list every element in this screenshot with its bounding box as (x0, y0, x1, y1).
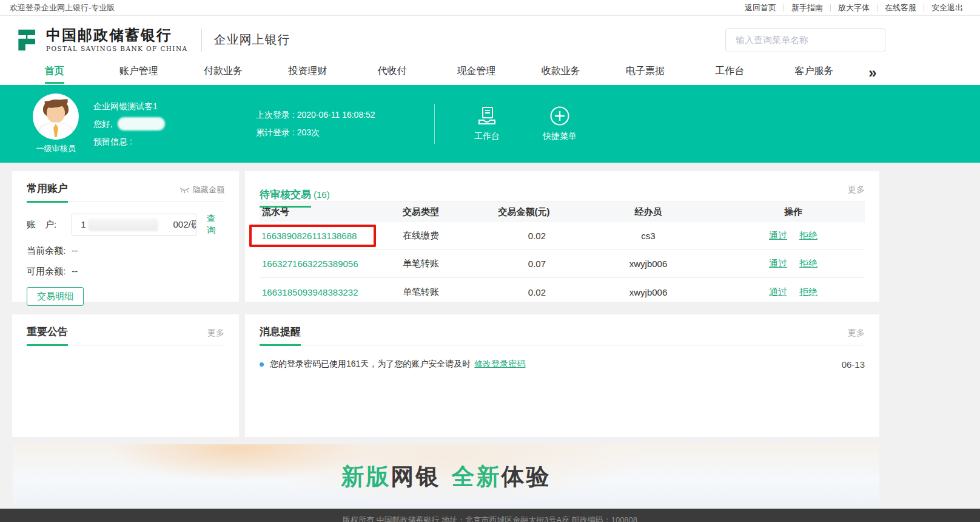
pending-count: (16) (314, 189, 330, 200)
avatar (33, 93, 79, 140)
total-login: 累计登录 : 203次 (256, 124, 434, 141)
link-beginner-guide[interactable]: 新手指南 (784, 2, 830, 13)
psbc-logo-icon (12, 26, 40, 54)
promo-part2: 网银 (391, 464, 441, 489)
hide-amount-label: 隐藏金额 (193, 185, 224, 195)
redacted-username (118, 117, 165, 130)
transaction-detail-button[interactable]: 交易明细 (27, 287, 84, 306)
reserved-info-label: 预留信息 : (93, 133, 256, 151)
frequent-accounts-title: 常用账户 (27, 181, 68, 202)
col-type: 交易类型 (403, 206, 475, 218)
serial-link[interactable]: 1663185093948383232 (262, 287, 358, 297)
header: 中国邮政储蓄银行 POSTAL SAVINGS BANK OF CHINA 企业… (0, 16, 980, 64)
nav-item-investment[interactable]: 投资理财 (266, 64, 350, 85)
bullet-icon (260, 362, 264, 367)
utility-links: 返回首页 新手指南 放大字体 在线客服 安全退出 (737, 2, 970, 13)
account-label: 账 户: (27, 219, 72, 231)
brand-name-en: POSTAL SAVINGS BANK OF CHINA (46, 45, 188, 52)
welcome-text: 欢迎登录企业网上银行-专业版 (10, 2, 115, 13)
messages-title: 消息提醒 (260, 325, 301, 345)
serial-link[interactable]: 1663271663225389056 (262, 259, 358, 269)
approve-link[interactable]: 通过 (769, 286, 787, 298)
available-balance-value: -- (72, 266, 78, 277)
txn-operator: xwyjb006 (572, 259, 724, 269)
reject-link[interactable]: 拒绝 (799, 258, 817, 269)
divider (201, 29, 202, 52)
serial-link[interactable]: 1663890826113138688 (261, 231, 357, 241)
user-info: 企业网银测试客1 您好, 预留信息 : (93, 98, 256, 151)
nav-item-workbench[interactable]: 工作台 (688, 64, 772, 85)
table-header: 流水号 交易类型 交易金额(元) 经办员 操作 (260, 202, 865, 222)
txn-operator: cs3 (572, 231, 724, 241)
last-login: 上次登录 : 2020-06-11 16:08:52 (256, 106, 434, 124)
txn-amount: 0.02 (475, 287, 572, 297)
messages-card: 消息提醒 更多 您的登录密码已使用161天，为了您的账户安全请及时 修改登录密码… (245, 314, 879, 437)
highlight-annotation: 1663890826113138688 (249, 225, 376, 247)
nav-item-home[interactable]: 首页 (12, 64, 96, 85)
account-number-suffix: 002/硬 (173, 219, 196, 231)
pending-more-link[interactable]: 更多 (848, 185, 865, 202)
link-safe-logout[interactable]: 安全退出 (924, 2, 970, 13)
pending-table: 流水号 交易类型 交易金额(元) 经办员 操作 1663890826113138… (260, 202, 865, 306)
message-text: 您的登录密码已使用161天，为了您的账户安全请及时 (270, 359, 471, 370)
change-password-link[interactable]: 修改登录密码 (474, 359, 525, 370)
quick-menu-label: 快捷菜单 (535, 131, 584, 142)
frequent-accounts-card: 常用账户 隐藏金额 账 户: 1 002/硬 (12, 171, 239, 302)
message-item: 您的登录密码已使用161天，为了您的账户安全请及时 修改登录密码 06-13 (260, 359, 865, 370)
user-banner: 一级审核员 企业网银测试客1 您好, 预留信息 : 上次登录 : 2020-06… (0, 85, 980, 163)
table-row: 1663185093948383232 单笔转账 0.02 xwyjb006 通… (260, 278, 865, 306)
quick-menu-entry[interactable]: 快捷菜单 (535, 106, 584, 142)
main-content: 常用账户 隐藏金额 账 户: 1 002/硬 (0, 163, 980, 437)
announcements-more-link[interactable]: 更多 (207, 328, 224, 345)
promo-part3: 全新 (452, 464, 502, 489)
message-date: 06-13 (842, 359, 865, 370)
col-amount: 交易金额(元) (475, 206, 572, 218)
nav-expand-chevron-icon[interactable]: » (856, 64, 889, 85)
col-operator: 经办员 (572, 206, 724, 218)
page-title: 企业网上银行 (214, 32, 290, 48)
reject-link[interactable]: 拒绝 (799, 230, 817, 242)
approve-link[interactable]: 通过 (769, 258, 787, 269)
nav-item-e-bills[interactable]: 电子票据 (603, 64, 687, 85)
query-link[interactable]: 查询 (207, 213, 224, 236)
quick-entries: 工作台 快捷菜单 (463, 106, 584, 142)
txn-type: 单笔转账 (403, 286, 475, 298)
announcements-card: 重要公告 更多 (12, 314, 239, 437)
txn-type: 单笔转账 (403, 258, 475, 269)
nav-item-collection-payment[interactable]: 代收付 (350, 64, 434, 85)
hide-amount-toggle[interactable]: 隐藏金额 (180, 185, 224, 202)
pending-transactions-card: 待审核交易(16) 更多 流水号 交易类型 交易金额(元) 经办员 操作 166… (245, 171, 879, 302)
company-name: 企业网银测试客1 (93, 98, 256, 115)
txn-type: 在线缴费 (403, 230, 475, 242)
link-return-home[interactable]: 返回首页 (737, 2, 784, 13)
nav-item-customer-service[interactable]: 客户服务 (772, 64, 856, 85)
user-role-label: 一级审核员 (32, 143, 80, 154)
menu-search-input[interactable] (725, 28, 885, 52)
pending-title: 待审核交易 (260, 189, 311, 206)
messages-more-link[interactable]: 更多 (848, 328, 865, 345)
col-serial: 流水号 (262, 206, 403, 218)
workbench-icon (476, 106, 498, 126)
greeting-text: 您好, (93, 115, 113, 133)
footer: 版权所有 中国邮政储蓄银行 地址：北京市西城区金融大街3号A座 邮政编码：100… (0, 509, 980, 522)
nav-item-payment[interactable]: 付款业务 (181, 64, 265, 85)
plus-circle-icon (549, 106, 570, 126)
txn-operator: xwyjb006 (572, 287, 724, 297)
promo-headline: 新版网银全新体验 (341, 461, 551, 492)
reject-link[interactable]: 拒绝 (799, 286, 817, 298)
link-enlarge-font[interactable]: 放大字体 (831, 2, 877, 13)
txn-amount: 0.02 (475, 231, 572, 241)
link-online-service[interactable]: 在线客服 (878, 2, 924, 13)
brand-text: 中国邮政储蓄银行 POSTAL SAVINGS BANK OF CHINA (46, 27, 188, 52)
nav-item-cash-management[interactable]: 现金管理 (434, 64, 519, 85)
nav-item-account-management[interactable]: 账户管理 (96, 64, 181, 85)
announcements-title: 重要公告 (27, 325, 68, 345)
approve-link[interactable]: 通过 (769, 230, 787, 242)
account-select[interactable]: 1 002/硬 (72, 214, 196, 236)
workbench-label: 工作台 (463, 131, 511, 142)
workbench-entry[interactable]: 工作台 (463, 106, 511, 142)
promo-part1: 新版 (341, 464, 391, 489)
nav-item-receivables[interactable]: 收款业务 (519, 64, 603, 85)
promo-banner: 新版网银全新体验 (13, 444, 879, 509)
promo-part4: 体验 (502, 464, 551, 489)
